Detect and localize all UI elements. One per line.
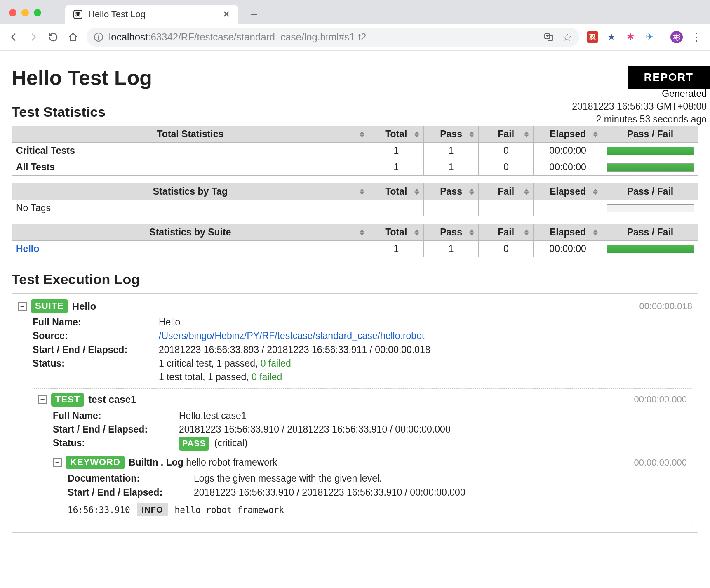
sort-icon xyxy=(414,229,419,235)
extension-icon-3[interactable]: ✱ xyxy=(625,31,636,43)
forward-button[interactable] xyxy=(27,31,40,43)
label-full-name: Full Name: xyxy=(33,315,155,329)
test-badge: TEST xyxy=(51,393,84,407)
th-pass[interactable]: Pass xyxy=(424,183,479,200)
th-total-statistics[interactable]: Total Statistics xyxy=(12,126,369,143)
keyword-header[interactable]: − KEYWORD BuiltIn . Log hello robot fram… xyxy=(53,456,687,469)
value-full-name: Hello xyxy=(159,315,180,329)
keyword-lib: BuiltIn . Log xyxy=(129,457,183,468)
cell-empty xyxy=(369,200,423,216)
test-header[interactable]: − TEST test case1 00:00:00.000 xyxy=(38,393,687,407)
th-label: Total Statistics xyxy=(157,129,223,139)
stat-elapsed: 00:00:00 xyxy=(534,241,602,257)
url-path: /RF/testcase/standard_case/log.html#s1-t… xyxy=(178,31,366,42)
url-host: localhost xyxy=(109,31,148,42)
home-button[interactable] xyxy=(67,31,79,43)
back-button[interactable] xyxy=(7,31,20,43)
maximize-window-button[interactable] xyxy=(34,9,41,16)
th-total[interactable]: Total xyxy=(369,126,423,143)
label-start-end-elapsed: Start / End / Elapsed: xyxy=(33,343,155,357)
reload-button[interactable] xyxy=(47,31,59,43)
stat-elapsed: 00:00:00 xyxy=(534,143,602,159)
th-passfail: Pass / Fail xyxy=(602,224,698,241)
sort-icon xyxy=(414,131,419,137)
sort-icon xyxy=(524,188,529,195)
generated-label: Generated xyxy=(572,87,707,100)
extension-icon-1[interactable]: 双 xyxy=(587,31,598,43)
suite-node: − SUITE Hello 00:00:00.018 Full Name:Hel… xyxy=(18,299,692,523)
th-pass[interactable]: Pass xyxy=(424,224,479,241)
th-elapsed[interactable]: Elapsed xyxy=(534,183,602,200)
report-button[interactable]: REPORT xyxy=(628,66,710,89)
collapse-icon[interactable]: − xyxy=(18,302,27,311)
log-message: hello robot framework xyxy=(175,505,284,515)
th-total[interactable]: Total xyxy=(369,183,423,200)
label-start-end-elapsed: Start / End / Elapsed: xyxy=(68,486,190,499)
cell-empty xyxy=(534,200,602,216)
test-node: − TEST test case1 00:00:00.000 Full Name… xyxy=(38,393,687,516)
profile-avatar[interactable]: 彬 xyxy=(670,31,683,43)
test-elapsed: 00:00:00.000 xyxy=(634,394,687,405)
th-label: Total xyxy=(385,129,407,139)
plus-icon: ＋ xyxy=(248,6,260,23)
sort-icon xyxy=(414,188,419,195)
url-port: :63342 xyxy=(148,31,178,42)
th-fail[interactable]: Fail xyxy=(479,224,534,241)
sort-icon xyxy=(593,229,598,235)
status-text: 1 critical test, 1 passed, xyxy=(159,358,261,369)
extension-icon-2[interactable]: ★ xyxy=(606,31,617,43)
suite-link[interactable]: Hello xyxy=(16,243,39,254)
th-elapsed[interactable]: Elapsed xyxy=(534,126,602,143)
th-fail[interactable]: Fail xyxy=(479,183,534,200)
address-bar[interactable]: i localhost:63342/RF/testcase/standard_c… xyxy=(87,28,579,47)
label-documentation: Documentation: xyxy=(68,472,190,485)
collapse-icon[interactable]: − xyxy=(53,458,62,467)
source-link[interactable]: /Users/bingo/Hebinz/PY/RF/testcase/stand… xyxy=(159,329,424,343)
label-status: Status: xyxy=(53,436,175,450)
close-window-button[interactable] xyxy=(9,9,16,16)
section-execution-log: Test Execution Log xyxy=(12,271,698,287)
keyword-signature: BuiltIn . Log hello robot framework xyxy=(129,457,277,468)
table-statistics-by-tag: Statistics by Tag Total Pass Fail Elapse… xyxy=(12,183,698,216)
value-status: PASS (critical) xyxy=(179,436,247,451)
extension-icon-4[interactable]: ✈ xyxy=(644,31,655,43)
browser-tab-active[interactable]: ⌘ Hello Test Log ✕ xyxy=(65,5,238,24)
close-tab-button[interactable]: ✕ xyxy=(223,9,230,20)
value-documentation: Logs the given message with the given le… xyxy=(194,472,382,485)
value-full-name: Hello.test case1 xyxy=(179,409,247,423)
suite-badge: SUITE xyxy=(31,299,68,313)
window-titlebar: ⌘ Hello Test Log ✕ ＋ xyxy=(0,0,710,24)
th-fail[interactable]: Fail xyxy=(479,126,534,143)
minimize-window-button[interactable] xyxy=(21,9,29,16)
new-tab-button[interactable]: ＋ xyxy=(246,6,262,22)
th-total[interactable]: Total xyxy=(369,224,423,241)
stat-pass: 1 xyxy=(424,159,479,176)
site-info-icon[interactable]: i xyxy=(94,33,103,42)
th-passfail: Pass / Fail xyxy=(602,183,698,200)
suite-header[interactable]: − SUITE Hello 00:00:00.018 xyxy=(18,299,692,313)
suite-elapsed: 00:00:00.018 xyxy=(639,301,692,312)
translate-icon[interactable] xyxy=(543,31,555,43)
browser-menu-button[interactable]: ⋮ xyxy=(690,31,703,43)
cell-empty xyxy=(479,200,534,216)
th-pass[interactable]: Pass xyxy=(424,126,479,143)
bookmark-star-icon[interactable]: ☆ xyxy=(562,31,572,44)
th-label: Elapsed xyxy=(550,129,586,139)
cell-empty xyxy=(424,200,479,216)
th-elapsed[interactable]: Elapsed xyxy=(534,224,602,241)
th-by-tag[interactable]: Statistics by Tag xyxy=(12,183,369,200)
label-start-end-elapsed: Start / End / Elapsed: xyxy=(53,423,175,436)
th-passfail: Pass / Fail xyxy=(602,126,698,143)
collapse-icon[interactable]: − xyxy=(38,395,47,404)
stat-name: Critical Tests xyxy=(12,143,369,159)
test-name: test case1 xyxy=(88,394,136,405)
generated-timestamp: 20181223 16:56:33 GMT+08:00 xyxy=(572,100,707,113)
stat-fail: 0 xyxy=(479,241,534,257)
table-row: No Tags xyxy=(12,200,698,216)
th-label: Pass xyxy=(440,227,462,238)
th-by-suite[interactable]: Statistics by Suite xyxy=(12,224,369,241)
th-label: Statistics by Suite xyxy=(149,227,231,238)
traffic-lights xyxy=(9,9,41,16)
sort-icon xyxy=(593,188,598,195)
th-label: Total xyxy=(385,227,407,238)
